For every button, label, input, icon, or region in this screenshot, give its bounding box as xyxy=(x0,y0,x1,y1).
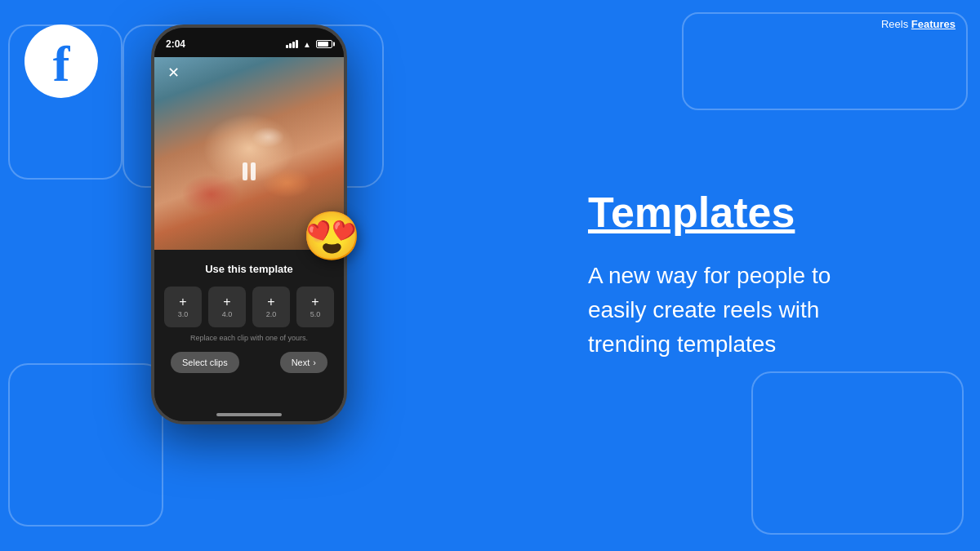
pause-icon xyxy=(243,162,256,180)
feature-description: A new way for people to easily create re… xyxy=(588,259,849,362)
clip-slots-container: + 3.0 + 4.0 + 2.0 + 5.0 xyxy=(164,287,334,327)
clip-time-3: 2.0 xyxy=(266,310,277,318)
header-label: Reels Features xyxy=(881,18,956,30)
signal-icon xyxy=(286,40,298,48)
clip-slot-1[interactable]: + 3.0 xyxy=(164,287,202,327)
home-indicator xyxy=(216,413,282,416)
clip-slot-3[interactable]: + 2.0 xyxy=(252,287,290,327)
chevron-right-icon: › xyxy=(313,358,316,367)
wifi-icon: ▲ xyxy=(303,40,311,49)
facebook-logo: f xyxy=(24,24,98,98)
bg-decoration-3 xyxy=(8,363,163,527)
phone-time: 2:04 xyxy=(166,38,185,50)
clip-time-1: 3.0 xyxy=(178,310,189,318)
clip-slot-4[interactable]: + 5.0 xyxy=(296,287,334,327)
clip-plus-2: + xyxy=(223,295,230,309)
close-button[interactable]: ✕ xyxy=(167,64,180,82)
reels-label: Reels xyxy=(881,18,911,30)
heart-eyes-emoji: 😍 xyxy=(302,208,361,264)
clip-plus-1: + xyxy=(179,295,186,309)
clip-slot-2[interactable]: + 4.0 xyxy=(208,287,246,327)
next-label: Next xyxy=(292,358,310,367)
status-bar: 2:04 ▲ xyxy=(154,28,344,57)
facebook-f-letter: f xyxy=(53,38,70,89)
clip-plus-4: + xyxy=(311,295,318,309)
clip-time-2: 4.0 xyxy=(222,310,233,318)
battery-icon xyxy=(316,40,332,48)
replace-clip-text: Replace each clip with one of yours. xyxy=(190,334,308,342)
features-label: Features xyxy=(911,18,956,30)
action-buttons: Select clips Next › xyxy=(171,352,327,373)
feature-title: Templates xyxy=(588,189,795,236)
select-clips-button[interactable]: Select clips xyxy=(171,352,239,373)
next-button[interactable]: Next › xyxy=(280,352,327,373)
status-icons: ▲ xyxy=(286,40,332,49)
clip-plus-3: + xyxy=(267,295,274,309)
right-content-section: Templates A new way for people to easily… xyxy=(523,0,980,551)
clip-time-4: 5.0 xyxy=(310,310,321,318)
